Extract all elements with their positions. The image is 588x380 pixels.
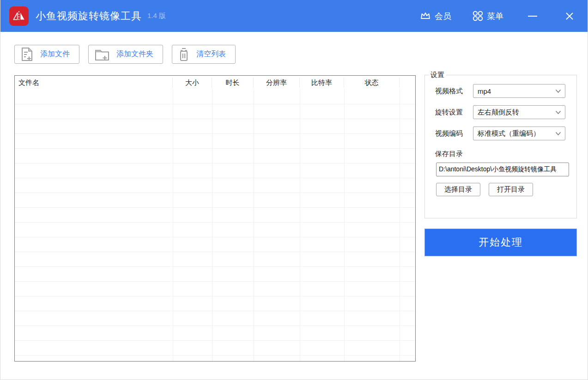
minimize-icon: [528, 16, 537, 17]
column-divider: [173, 90, 173, 361]
title-bar: 小鱼视频旋转镜像工具 1.4 版 会员: [0, 0, 588, 32]
add-folder-icon: [95, 48, 109, 61]
column-divider: [254, 90, 254, 361]
minimize-button[interactable]: [525, 8, 540, 24]
rotation-setting-label: 旋转设置: [435, 108, 473, 117]
column-divider: [300, 90, 300, 361]
grid-menu-icon: [473, 11, 483, 21]
member-button[interactable]: 会员: [420, 11, 451, 22]
video-encoding-label: 视频编码: [435, 129, 473, 138]
rotation-setting-select[interactable]: 左右颠倒反转: [473, 105, 565, 119]
menu-button[interactable]: 菜单: [473, 11, 503, 22]
table-header-size[interactable]: 大小: [173, 78, 212, 88]
table-header-duration[interactable]: 时长: [212, 78, 254, 88]
start-processing-button[interactable]: 开始处理: [424, 229, 577, 256]
file-list-table[interactable]: 文件名 大小 时长 分辨率 比特率 状态: [14, 75, 416, 362]
app-logo: [9, 6, 29, 26]
column-divider: [400, 90, 400, 361]
menu-label: 菜单: [487, 11, 503, 22]
clear-list-label: 清空列表: [196, 49, 226, 59]
video-format-label: 视频格式: [435, 87, 473, 96]
crown-icon: [420, 11, 431, 21]
column-divider: [344, 90, 345, 361]
close-icon: [565, 12, 574, 21]
chevron-down-icon: [555, 132, 561, 136]
table-header-extra: [400, 78, 415, 88]
table-header-status[interactable]: 状态: [344, 78, 400, 88]
settings-panel: 设置 视频格式 mp4 旋转设置 左右颠倒反转 视频编码 标准模式（重编码: [424, 71, 577, 218]
chevron-down-icon: [555, 110, 561, 115]
table-header-resolution[interactable]: 分辨率: [254, 78, 300, 88]
save-dir-label: 保存目录: [435, 150, 576, 158]
trash-icon: [178, 48, 189, 61]
member-label: 会员: [435, 11, 451, 22]
video-format-select[interactable]: mp4: [473, 84, 565, 98]
open-dir-button[interactable]: 打开目录: [489, 183, 533, 196]
video-format-value: mp4: [478, 87, 491, 95]
video-encoding-value: 标准模式（重编码）: [478, 129, 540, 138]
save-dir-input[interactable]: [436, 163, 569, 176]
add-file-label: 添加文件: [40, 49, 70, 59]
rotation-setting-value: 左右颠倒反转: [478, 108, 519, 117]
table-header-filename[interactable]: 文件名: [15, 78, 173, 88]
add-folder-button[interactable]: 添加文件夹: [88, 45, 163, 64]
table-header-bitrate[interactable]: 比特率: [300, 78, 344, 88]
chevron-down-icon: [555, 89, 561, 93]
add-file-icon: [21, 47, 33, 61]
clear-list-button[interactable]: 清空列表: [172, 45, 236, 64]
table-header-row: 文件名 大小 时长 分辨率 比特率 状态: [15, 76, 415, 90]
column-divider: [212, 90, 212, 361]
close-button[interactable]: [562, 8, 577, 24]
add-folder-label: 添加文件夹: [116, 49, 153, 59]
app-window: 小鱼视频旋转镜像工具 1.4 版 会员: [0, 0, 588, 380]
mirror-flip-icon: [12, 9, 26, 23]
choose-dir-button[interactable]: 选择目录: [436, 183, 480, 196]
app-version: 1.4 版: [147, 12, 166, 20]
app-title: 小鱼视频旋转镜像工具: [36, 9, 142, 23]
toolbar: 添加文件 添加文件夹: [14, 45, 236, 64]
video-encoding-select[interactable]: 标准模式（重编码）: [473, 127, 565, 140]
settings-legend: 设置: [429, 71, 446, 79]
table-body-empty[interactable]: [15, 90, 415, 361]
add-file-button[interactable]: 添加文件: [14, 45, 79, 64]
